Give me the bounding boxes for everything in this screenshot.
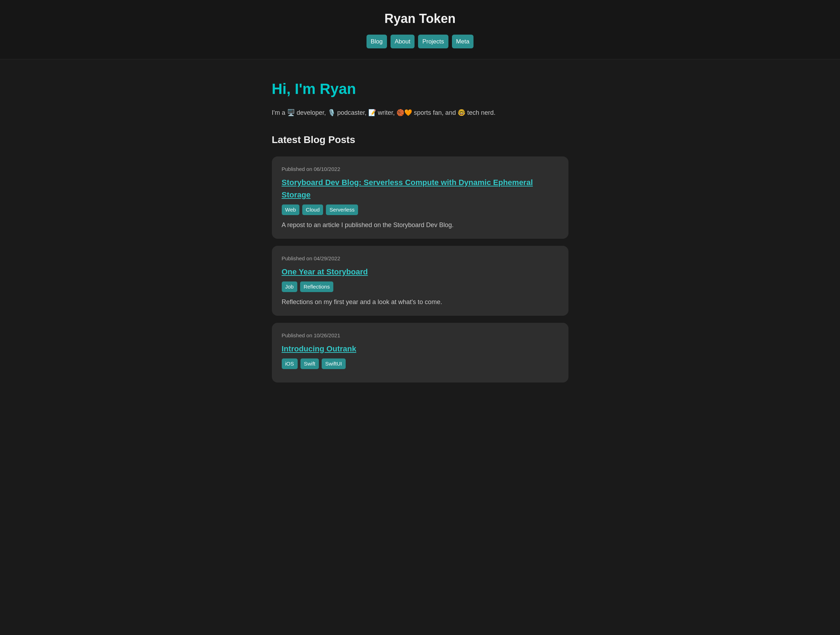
main-content: Hi, I'm Ryan I'm a 🖥️ developer, 🎙️ podc… [261, 59, 579, 400]
post-title-1[interactable]: One Year at Storyboard [282, 265, 559, 278]
latest-posts-heading: Latest Blog Posts [272, 132, 568, 148]
tag-swift[interactable]: Swift [300, 359, 319, 369]
post-card-1: Published on 04/29/2022One Year at Story… [272, 246, 568, 316]
nav-blog[interactable]: Blog [366, 35, 387, 48]
nav-projects[interactable]: Projects [418, 35, 448, 48]
tag-swiftui[interactable]: SwiftUI [322, 359, 346, 369]
post-tags-1: JobReflections [282, 281, 559, 292]
post-excerpt-0: A repost to an article I published on th… [282, 220, 559, 230]
tag-web[interactable]: Web [282, 204, 300, 215]
main-nav: BlogAboutProjectsMeta [7, 35, 833, 48]
tag-ios[interactable]: iOS [282, 359, 298, 369]
tag-cloud[interactable]: Cloud [302, 204, 323, 215]
post-date-2: Published on 10/26/2021 [282, 331, 559, 340]
nav-meta[interactable]: Meta [452, 35, 474, 48]
tag-job[interactable]: Job [282, 281, 297, 292]
greeting-heading: Hi, I'm Ryan [272, 77, 568, 101]
post-excerpt-1: Reflections on my first year and a look … [282, 297, 559, 307]
post-tags-0: WebCloudServerless [282, 204, 559, 215]
post-date-0: Published on 06/10/2022 [282, 165, 559, 174]
post-date-1: Published on 04/29/2022 [282, 254, 559, 263]
posts-list: Published on 06/10/2022Storyboard Dev Bl… [272, 156, 568, 382]
tag-serverless[interactable]: Serverless [326, 204, 358, 215]
post-card-0: Published on 06/10/2022Storyboard Dev Bl… [272, 156, 568, 239]
intro-text: I'm a 🖥️ developer, 🎙️ podcaster, 📝 writ… [272, 108, 568, 118]
post-card-2: Published on 10/26/2021Introducing Outra… [272, 323, 568, 382]
tag-reflections[interactable]: Reflections [300, 281, 333, 292]
site-header: Ryan Token BlogAboutProjectsMeta [0, 0, 840, 59]
nav-about[interactable]: About [390, 35, 415, 48]
post-tags-2: iOSSwiftSwiftUI [282, 359, 559, 369]
site-title: Ryan Token [7, 8, 833, 29]
post-title-0[interactable]: Storyboard Dev Blog: Serverless Compute … [282, 176, 559, 201]
post-title-2[interactable]: Introducing Outrank [282, 343, 559, 355]
